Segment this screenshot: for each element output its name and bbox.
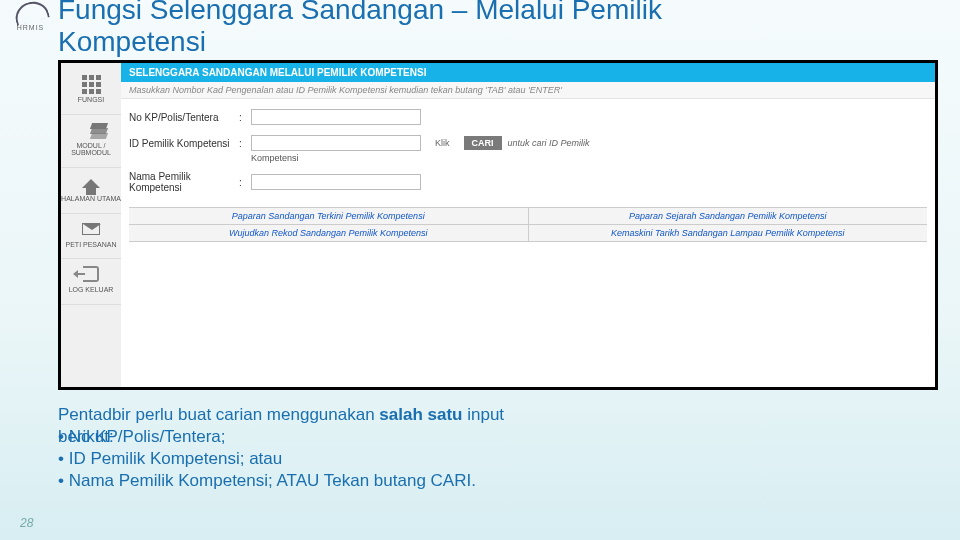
- sidebar: FUNGSI MODUL / SUBMODUL HALAMAN UTAMA PE…: [61, 63, 121, 387]
- main-panel: SELENGGARA SANDANGAN MELALUI PEMILIK KOM…: [121, 63, 935, 387]
- sidebar-item-label: MODUL / SUBMODUL: [61, 142, 121, 157]
- page-number: 28: [20, 516, 33, 530]
- bullet-1: No KP/Polis/Tentera;: [58, 426, 928, 448]
- logout-icon: [80, 265, 102, 283]
- sidebar-item-fungsi[interactable]: FUNGSI: [61, 69, 121, 115]
- link-kemaskini-tarikh[interactable]: Kemaskini Tarikh Sandangan Lampau Pemili…: [529, 225, 928, 241]
- instruction-notes: Pentadbir perlu buat carian menggunakan …: [58, 404, 928, 492]
- panel-hint: Masukkan Nombor Kad Pengenalan atau ID P…: [121, 82, 935, 99]
- input-id[interactable]: [251, 135, 421, 151]
- note-berikut: berikut:: [58, 426, 114, 448]
- title-line-2: Kompetensi: [58, 26, 206, 57]
- note-intro-bold: salah satu: [379, 405, 462, 424]
- grid-icon: [80, 75, 102, 93]
- note-intro-c: input: [463, 405, 505, 424]
- after-cari-text: untuk cari ID Pemilik: [508, 138, 590, 148]
- table-row: Wujudkan Rekod Sandangan Pemilik Kompete…: [129, 224, 927, 242]
- note-bullets: No KP/Polis/Tentera; berikut: ID Pemilik…: [58, 426, 928, 492]
- logo-swoosh-icon: [11, 0, 49, 26]
- bullet-2: ID Pemilik Kompetensi; atau: [58, 448, 928, 470]
- klik-text: Klik: [435, 138, 450, 148]
- sub-label-kompetensi: Kompetensi: [251, 153, 927, 163]
- input-nama[interactable]: [251, 174, 421, 190]
- panel-header: SELENGGARA SANDANGAN MELALUI PEMILIK KOM…: [121, 63, 935, 82]
- app-screenshot-frame: FUNGSI MODUL / SUBMODUL HALAMAN UTAMA PE…: [58, 60, 938, 390]
- form-row-id: ID Pemilik Kompetensi : Klik CARI untuk …: [129, 135, 927, 151]
- cari-button[interactable]: CARI: [464, 136, 502, 150]
- sidebar-item-label: HALAMAN UTAMA: [61, 195, 121, 203]
- sidebar-item-label: FUNGSI: [61, 96, 121, 104]
- colon: :: [239, 138, 251, 149]
- home-icon: [80, 174, 102, 192]
- form-row-nama: Nama Pemilik Kompetensi :: [129, 171, 927, 193]
- sidebar-item-label: PETI PESANAN: [61, 241, 121, 249]
- sidebar-item-logout[interactable]: LOG KELUAR: [61, 259, 121, 305]
- link-wujudkan-rekod[interactable]: Wujudkan Rekod Sandangan Pemilik Kompete…: [129, 225, 529, 241]
- layers-icon: [80, 121, 102, 139]
- table-row: Paparan Sandangan Terkini Pemilik Kompet…: [129, 207, 927, 224]
- app-logo: HRMIS: [8, 2, 53, 31]
- note-intro-a: Pentadbir perlu buat carian menggunakan: [58, 405, 379, 424]
- envelope-icon: [80, 220, 102, 238]
- title-line-1: Fungsi Selenggara Sandangan – Melalui Pe…: [58, 0, 662, 25]
- page-title: Fungsi Selenggara Sandangan – Melalui Pe…: [58, 0, 662, 58]
- sidebar-item-label: LOG KELUAR: [61, 286, 121, 294]
- colon: :: [239, 177, 251, 188]
- label-nama: Nama Pemilik Kompetensi: [129, 171, 239, 193]
- logo-text: HRMIS: [8, 24, 53, 31]
- label-id: ID Pemilik Kompetensi: [129, 138, 239, 149]
- colon: :: [239, 112, 251, 123]
- link-paparan-sejarah[interactable]: Paparan Sejarah Sandangan Pemilik Kompet…: [529, 208, 928, 224]
- sidebar-item-modul[interactable]: MODUL / SUBMODUL: [61, 115, 121, 168]
- label-kp: No KP/Polis/Tentera: [129, 112, 239, 123]
- sidebar-item-halaman[interactable]: HALAMAN UTAMA: [61, 168, 121, 214]
- search-form: No KP/Polis/Tentera : ID Pemilik Kompete…: [121, 99, 935, 248]
- input-kp[interactable]: [251, 109, 421, 125]
- sidebar-item-peti[interactable]: PETI PESANAN: [61, 214, 121, 260]
- form-row-kp: No KP/Polis/Tentera :: [129, 109, 927, 125]
- bullet-3: Nama Pemilik Kompetensi; ATAU Tekan buta…: [58, 470, 928, 492]
- link-paparan-terkini[interactable]: Paparan Sandangan Terkini Pemilik Kompet…: [129, 208, 529, 224]
- action-links-table: Paparan Sandangan Terkini Pemilik Kompet…: [129, 207, 927, 242]
